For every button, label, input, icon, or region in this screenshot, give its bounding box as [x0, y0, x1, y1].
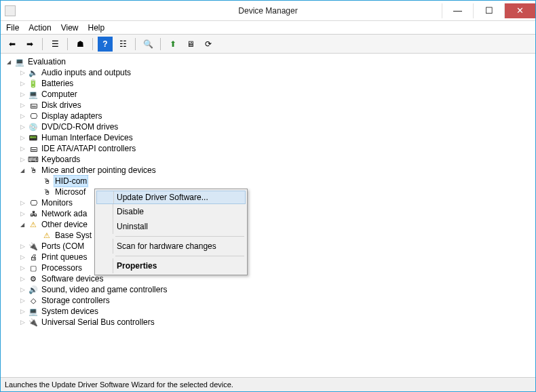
- tree-item-hid-mouse[interactable]: 🖱 HID-com: [1, 176, 535, 187]
- context-menu: Update Driver Software... Disable Uninst…: [94, 189, 248, 275]
- back-button[interactable]: ⬅: [5, 37, 20, 52]
- tree-item-ms-mouse[interactable]: 🖱 Microsof: [1, 187, 535, 197]
- disk-icon: 🖴: [28, 100, 39, 110]
- tree-item-software[interactable]: ⚙ Software devices: [1, 273, 535, 284]
- tree-item-base-system[interactable]: ⚠ Base Syst: [1, 230, 535, 241]
- tree-item-network[interactable]: 🖧 Network ada: [1, 208, 535, 219]
- uninstall-button[interactable]: 🖥: [183, 37, 198, 52]
- tree-item-other[interactable]: ⚠ Other device: [1, 219, 535, 230]
- context-menu-label: Disable: [117, 207, 144, 216]
- expand-arrow-icon[interactable]: [18, 208, 26, 219]
- toolbar-separator: [135, 38, 136, 50]
- close-button[interactable]: ✕: [504, 3, 535, 18]
- context-menu-scan[interactable]: Scan for hardware changes: [96, 239, 246, 254]
- expand-arrow-icon[interactable]: [18, 219, 26, 231]
- expand-arrow-icon[interactable]: [18, 67, 26, 78]
- tree-item-monitors[interactable]: 🖵 Monitors: [1, 197, 535, 208]
- expand-arrow-icon[interactable]: [18, 284, 26, 295]
- context-menu-label: Properties: [117, 261, 157, 271]
- expand-arrow-icon[interactable]: [18, 89, 26, 100]
- menu-help[interactable]: Help: [88, 23, 105, 33]
- tree-root[interactable]: 💻 Evaluation: [1, 56, 535, 67]
- toolbar-separator: [160, 38, 161, 50]
- tree-item-printqueues[interactable]: 🖨 Print queues: [1, 252, 535, 262]
- ide-icon: 🖴: [28, 144, 39, 153]
- expand-arrow-icon[interactable]: [18, 262, 26, 273]
- hid-icon: 📟: [28, 133, 39, 142]
- tree-item-label: Monitors: [40, 197, 74, 208]
- tree-item-ports[interactable]: 🔌 Ports (COM: [1, 241, 535, 252]
- tree-item-label: Sound, video and game controllers: [40, 284, 168, 295]
- tree-item-storage[interactable]: ◇ Storage controllers: [1, 295, 535, 306]
- expand-arrow-icon[interactable]: [18, 306, 26, 317]
- tree-item-hid[interactable]: 📟 Human Interface Devices: [1, 132, 535, 143]
- menu-action[interactable]: Action: [28, 23, 51, 33]
- tree-item-usb[interactable]: 🔌 Universal Serial Bus controllers: [1, 317, 535, 328]
- tree-item-batteries[interactable]: 🔋 Batteries: [1, 78, 535, 89]
- expand-arrow-icon[interactable]: [18, 100, 26, 111]
- window-controls: — ☐ ✕: [442, 3, 535, 18]
- tree-item-label: Storage controllers: [40, 295, 111, 306]
- expand-arrow-icon[interactable]: [5, 56, 13, 68]
- expand-arrow-icon[interactable]: [18, 143, 26, 154]
- context-menu-update-driver[interactable]: Update Driver Software...: [96, 191, 246, 204]
- toolbar-separator: [67, 38, 68, 50]
- tree-item-audio[interactable]: 🔈 Audio inputs and outputs: [1, 67, 535, 78]
- warning-icon: ⚠: [41, 231, 52, 240]
- port-icon: 🔌: [28, 241, 39, 251]
- maximize-button[interactable]: ☐: [473, 3, 504, 18]
- expand-arrow-icon[interactable]: [18, 252, 26, 262]
- expand-arrow-icon[interactable]: [18, 273, 26, 284]
- battery-icon: 🔋: [28, 79, 39, 88]
- tree-item-dvd[interactable]: 💿 DVD/CD-ROM drives: [1, 121, 535, 132]
- system-icon: 💻: [28, 307, 39, 316]
- tree-item-processors[interactable]: ▢ Processors: [1, 262, 535, 273]
- expand-arrow-icon[interactable]: [18, 132, 26, 143]
- context-menu-label: Uninstall: [117, 222, 148, 231]
- expand-arrow-icon[interactable]: [18, 111, 26, 121]
- toolbar-icon[interactable]: ☷: [115, 37, 130, 52]
- keyboard-icon: ⌨: [28, 155, 39, 164]
- update-driver-button[interactable]: ⬆: [166, 37, 180, 52]
- disable-button[interactable]: ⟳: [201, 37, 216, 52]
- expand-arrow-icon[interactable]: [18, 317, 26, 328]
- context-menu-properties[interactable]: Properties: [96, 258, 246, 273]
- expand-arrow-icon[interactable]: [18, 165, 26, 176]
- expand-arrow-icon[interactable]: [18, 197, 26, 208]
- scan-hardware-button[interactable]: 🔍: [140, 37, 155, 52]
- statusbar: Launches the Update Driver Software Wiza…: [1, 378, 535, 391]
- tree-item-label-selected: HID-com: [54, 175, 88, 187]
- expand-arrow-icon[interactable]: [18, 154, 26, 165]
- tree-item-diskdrives[interactable]: 🖴 Disk drives: [1, 100, 535, 111]
- tree-item-computer[interactable]: 💻 Computer: [1, 89, 535, 100]
- tree-item-label: Network ada: [40, 208, 88, 219]
- toolbar-separator: [42, 38, 43, 50]
- help-button[interactable]: ?: [98, 37, 113, 52]
- monitor-icon: 🖵: [28, 198, 39, 208]
- expand-arrow-icon[interactable]: [18, 295, 26, 306]
- properties-button[interactable]: ☗: [73, 37, 88, 52]
- show-hide-tree-button[interactable]: ☰: [47, 37, 62, 52]
- tree-item-keyboards[interactable]: ⌨ Keyboards: [1, 154, 535, 165]
- warning-icon: ⚠: [28, 220, 39, 229]
- expand-arrow-icon[interactable]: [18, 241, 26, 252]
- tree-item-mice[interactable]: 🖱 Mice and other pointing devices: [1, 165, 535, 176]
- tree-item-system[interactable]: 💻 System devices: [1, 306, 535, 317]
- context-menu-disable[interactable]: Disable: [96, 204, 246, 219]
- forward-button[interactable]: ➡: [22, 37, 37, 52]
- minimize-button[interactable]: —: [442, 3, 473, 18]
- tree-item-display[interactable]: 🖵 Display adapters: [1, 111, 535, 121]
- usb-icon: 🔌: [28, 317, 39, 327]
- tree-item-sound[interactable]: 🔊 Sound, video and game controllers: [1, 284, 535, 295]
- menu-file[interactable]: File: [6, 23, 19, 33]
- cd-icon: 💿: [28, 122, 39, 132]
- context-menu-uninstall[interactable]: Uninstall: [96, 219, 246, 234]
- tree-item-label: DVD/CD-ROM drives: [40, 121, 119, 132]
- tree-item-label: IDE ATA/ATAPI controllers: [40, 143, 137, 154]
- menu-view[interactable]: View: [61, 23, 79, 33]
- app-icon: [5, 5, 16, 16]
- expand-arrow-icon[interactable]: [18, 78, 26, 89]
- expand-arrow-icon[interactable]: [18, 121, 26, 132]
- tree-item-ide[interactable]: 🖴 IDE ATA/ATAPI controllers: [1, 143, 535, 154]
- tree-item-label: Base Syst: [54, 230, 93, 241]
